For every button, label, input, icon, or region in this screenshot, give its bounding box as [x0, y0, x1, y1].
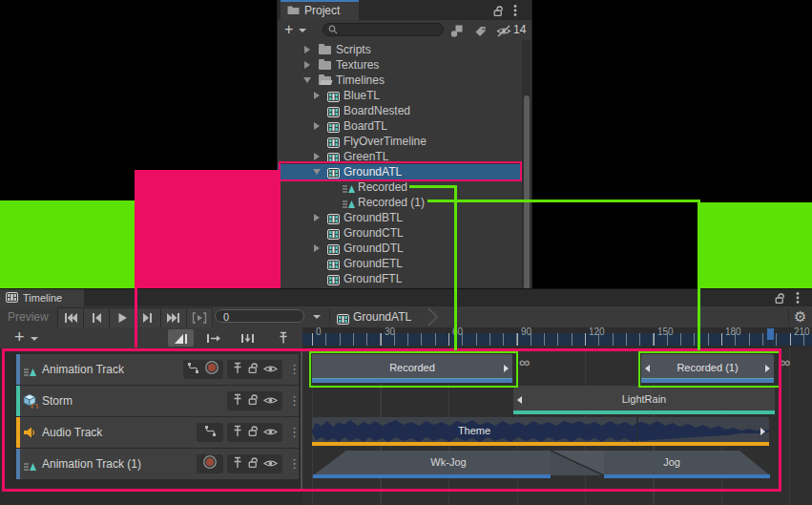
breadcrumb[interactable]: GroundATL — [353, 310, 411, 324]
tree-item-boardtl[interactable]: BoardTL — [278, 118, 522, 134]
add-asset-caret-icon[interactable] — [299, 29, 306, 32]
timeline-window-icon — [6, 289, 18, 306]
tree-item-flyovertimeline[interactable]: FlyOverTimeline — [278, 134, 522, 149]
frame-field-caret-icon[interactable] — [313, 315, 321, 319]
tree-item-bluetl[interactable]: BlueTL — [278, 88, 522, 103]
tree-item-groundetl[interactable]: GroundETL — [278, 256, 522, 271]
folder-icon — [319, 61, 331, 70]
gear-icon[interactable]: ⚙ — [794, 308, 806, 326]
screenshot-stage: Project + 14 Scripts Textures Timelines … — [0, 0, 812, 505]
toolbar-separator — [788, 308, 789, 326]
foldout-collapsed-icon[interactable] — [304, 46, 310, 53]
ruler-major-tick — [517, 333, 518, 346]
ruler-major-tick — [448, 333, 449, 346]
project-toolbar: + 14 — [278, 20, 531, 41]
foldout-collapsed-icon[interactable] — [314, 92, 320, 99]
annotation-outline-groundatl-row — [279, 161, 522, 181]
foldout-collapsed-icon[interactable] — [314, 153, 320, 160]
folder-icon — [319, 46, 331, 54]
annotation-connector-recorded-h — [409, 185, 455, 188]
timeline-window: Timeline Preview 0 GroundATL ⚙ — [0, 288, 812, 505]
foldout-collapsed-icon[interactable] — [314, 244, 320, 252]
foldout-expanded-icon[interactable] — [303, 77, 311, 83]
active-tab-accent — [281, 0, 359, 2]
previous-frame-button[interactable] — [84, 308, 110, 327]
tree-item-timelines[interactable]: Timelines — [278, 73, 522, 88]
annotation-connector-recorded-1-v — [697, 288, 700, 350]
go-to-end-button[interactable] — [161, 308, 187, 327]
tab-timeline[interactable]: Timeline — [0, 289, 84, 306]
timeline-toolbar: Preview 0 GroundATL ⚙ — [0, 306, 812, 328]
annotation-block-magenta — [135, 170, 281, 288]
replace-mode-button[interactable] — [235, 329, 260, 347]
tree-item-groundftl[interactable]: GroundFTL — [278, 271, 522, 286]
next-frame-button[interactable] — [135, 308, 161, 327]
tree-item-recorded-1[interactable]: Recorded (1) — [278, 195, 522, 210]
play-button[interactable] — [110, 308, 135, 327]
foldout-collapsed-icon[interactable] — [304, 61, 310, 69]
ripple-mode-button[interactable] — [200, 329, 226, 347]
foldout-collapsed-icon[interactable] — [314, 214, 320, 221]
panel-menu-icon[interactable] — [513, 4, 517, 21]
ruler-major-tick — [381, 333, 382, 346]
search-input[interactable] — [323, 23, 444, 36]
ruler-major-tick — [721, 333, 722, 346]
search-by-label-icon[interactable] — [474, 24, 487, 41]
frame-field[interactable]: 0 — [215, 309, 304, 323]
mix-mode-button[interactable] — [168, 329, 194, 347]
project-tab-label: Project — [304, 4, 340, 17]
toolbar-separator — [329, 308, 330, 326]
tab-project[interactable]: Project — [281, 0, 359, 20]
folder-open-icon — [319, 76, 331, 85]
project-tab-bar: Project — [278, 0, 531, 21]
search-by-type-icon[interactable] — [450, 24, 463, 41]
annotation-outline-tracks-area — [2, 348, 781, 492]
project-scrollbar[interactable] — [522, 40, 531, 288]
ruler-major-tick — [790, 333, 791, 346]
annotation-block-green-right — [697, 202, 812, 288]
project-panel: Project + 14 Scripts Textures Timelines … — [277, 0, 532, 288]
tree-item-boardnested[interactable]: BoardNested — [278, 103, 522, 118]
timeline-ruler[interactable]: 0 30 60 90 120 150 180 210 — [302, 327, 812, 348]
timeline-asset-icon — [327, 273, 340, 288]
ruler-major-tick — [312, 333, 313, 346]
markers-toggle-button[interactable] — [270, 329, 296, 347]
tree-item-groundbtl[interactable]: GroundBTL — [278, 210, 522, 225]
annotation-connector-pink-v — [135, 288, 137, 347]
tree-item-groundctl[interactable]: GroundCTL — [278, 225, 522, 241]
tree-item-scripts[interactable]: Scripts — [278, 42, 522, 57]
search-icon — [328, 21, 338, 38]
tree-item-textures[interactable]: Textures — [278, 57, 522, 73]
ruler-label: 210 — [794, 326, 810, 337]
timeline-track-toolbar: + 0 30 60 90 120 150 180 210 — [0, 327, 812, 348]
tree-item-recorded[interactable]: Recorded — [278, 179, 522, 195]
add-track-caret-icon[interactable] — [31, 337, 38, 341]
add-asset-button[interactable]: + — [284, 22, 293, 37]
ruler-label: 0 — [316, 326, 322, 337]
timeline-end-marker[interactable] — [767, 328, 774, 340]
ruler-major-tick — [585, 333, 586, 346]
ruler-major-tick — [654, 333, 655, 346]
timeline-tracks-area: Animation Track ⋮ {} St — [0, 348, 812, 505]
play-range-button[interactable] — [187, 308, 212, 327]
lock-icon[interactable] — [493, 4, 504, 21]
ruler-label: 90 — [521, 326, 531, 337]
hidden-items-eye-icon[interactable] — [496, 24, 511, 41]
annotation-block-green-left — [0, 200, 135, 288]
ruler-label: 180 — [725, 326, 741, 337]
go-to-start-button[interactable] — [58, 308, 84, 327]
foldout-collapsed-icon[interactable] — [314, 122, 320, 130]
add-track-button[interactable]: + — [14, 329, 25, 345]
breadcrumb-timeline-icon — [337, 311, 349, 328]
timeline-tab-bar: Timeline — [0, 289, 812, 307]
ruler-label: 30 — [385, 326, 395, 337]
hidden-items-count: 14 — [513, 23, 526, 36]
annotation-connector-recorded-v — [454, 185, 457, 350]
ruler-label: 150 — [657, 326, 674, 337]
timeline-tab-label: Timeline — [23, 292, 62, 304]
folder-icon — [287, 2, 300, 19]
tree-item-grounddtl[interactable]: GroundDTL — [278, 241, 522, 256]
preview-toggle[interactable]: Preview — [8, 310, 49, 324]
annotation-connector-recorded-1-h — [427, 200, 700, 202]
ruler-label: 120 — [589, 326, 605, 337]
